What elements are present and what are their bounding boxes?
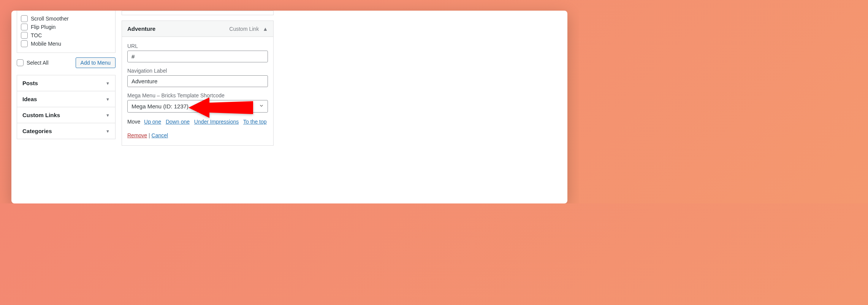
panel-body: URL Navigation Label Mega Menu – Bricks …	[122, 37, 273, 145]
caret-up-icon: ▲	[263, 26, 268, 32]
checkbox-icon[interactable]	[17, 59, 24, 66]
caret-down-icon: ▼	[106, 97, 110, 102]
collapsed-item[interactable]	[122, 11, 274, 15]
mega-select-wrap: Mega Menu (ID: 1237)	[127, 100, 268, 113]
url-input[interactable]	[127, 51, 268, 62]
column-gap	[116, 11, 122, 203]
cancel-link[interactable]: Cancel	[152, 132, 168, 138]
move-down-link[interactable]: Down one	[166, 119, 190, 125]
accordion-list: Posts ▼ Ideas ▼ Custom Links ▼ Categorie…	[17, 75, 116, 139]
caret-down-icon: ▼	[106, 113, 110, 118]
caret-down-icon: ▼	[106, 81, 110, 86]
sidebar: Scroll Smoother Flip Plugin TOC Mobile M…	[17, 11, 116, 203]
accordion-label: Posts	[22, 80, 38, 86]
add-to-menu-button[interactable]: Add to Menu	[76, 57, 116, 68]
remove-link[interactable]: Remove	[127, 132, 147, 138]
url-label: URL	[127, 43, 268, 49]
checkbox-row[interactable]: Scroll Smoother	[21, 15, 111, 22]
accordion-custom-links[interactable]: Custom Links ▼	[17, 107, 116, 123]
checkbox-icon[interactable]	[21, 24, 28, 30]
checkbox-icon[interactable]	[21, 15, 28, 22]
menu-item-editor: Adventure Custom Link ▲ URL Navigation L…	[122, 11, 274, 203]
checkbox-label: TOC	[31, 32, 42, 38]
panel-type: Custom Link ▲	[229, 26, 268, 32]
app-window: Scroll Smoother Flip Plugin TOC Mobile M…	[11, 11, 567, 203]
select-all[interactable]: Select All	[17, 59, 49, 66]
accordion-ideas[interactable]: Ideas ▼	[17, 91, 116, 107]
nav-label: Navigation Label	[127, 68, 268, 74]
mega-select[interactable]: Mega Menu (ID: 1237)	[127, 100, 268, 113]
accordion-categories[interactable]: Categories ▼	[17, 123, 116, 139]
checkbox-icon[interactable]	[21, 32, 28, 39]
panel-title: Adventure	[127, 25, 155, 32]
accordion-label: Categories	[22, 128, 52, 134]
accordion-label: Custom Links	[22, 112, 60, 118]
checkbox-row[interactable]: Mobile Menu	[21, 40, 111, 47]
checkbox-label: Mobile Menu	[31, 41, 61, 47]
action-row: Remove | Cancel	[127, 132, 268, 138]
nav-input[interactable]	[127, 75, 268, 87]
checkbox-icon[interactable]	[21, 40, 28, 47]
mega-label: Mega Menu – Bricks Template Shortcode	[127, 92, 268, 98]
controls-row: Select All Add to Menu	[17, 53, 116, 73]
accordion-label: Ideas	[22, 96, 37, 102]
move-label: Move	[127, 119, 140, 125]
checkbox-row[interactable]: Flip Plugin	[21, 24, 111, 30]
move-up-link[interactable]: Up one	[144, 119, 161, 125]
accordion-posts[interactable]: Posts ▼	[17, 75, 116, 91]
move-under-link[interactable]: Under Impressions	[194, 119, 239, 125]
select-all-label: Select All	[27, 60, 49, 66]
move-top-link[interactable]: To the top	[243, 119, 267, 125]
checkbox-list: Scroll Smoother Flip Plugin TOC Mobile M…	[17, 11, 116, 53]
checkbox-label: Scroll Smoother	[31, 16, 69, 22]
panel-header[interactable]: Adventure Custom Link ▲	[122, 21, 273, 37]
separator: |	[147, 132, 151, 138]
move-row: Move Up one Down one Under Impressions T…	[127, 119, 268, 125]
caret-down-icon: ▼	[106, 129, 110, 133]
panel-type-label: Custom Link	[229, 26, 259, 32]
content-area: Scroll Smoother Flip Plugin TOC Mobile M…	[11, 11, 567, 203]
menu-item-panel: Adventure Custom Link ▲ URL Navigation L…	[122, 21, 274, 146]
checkbox-label: Flip Plugin	[31, 24, 55, 30]
checkbox-row[interactable]: TOC	[21, 32, 111, 39]
